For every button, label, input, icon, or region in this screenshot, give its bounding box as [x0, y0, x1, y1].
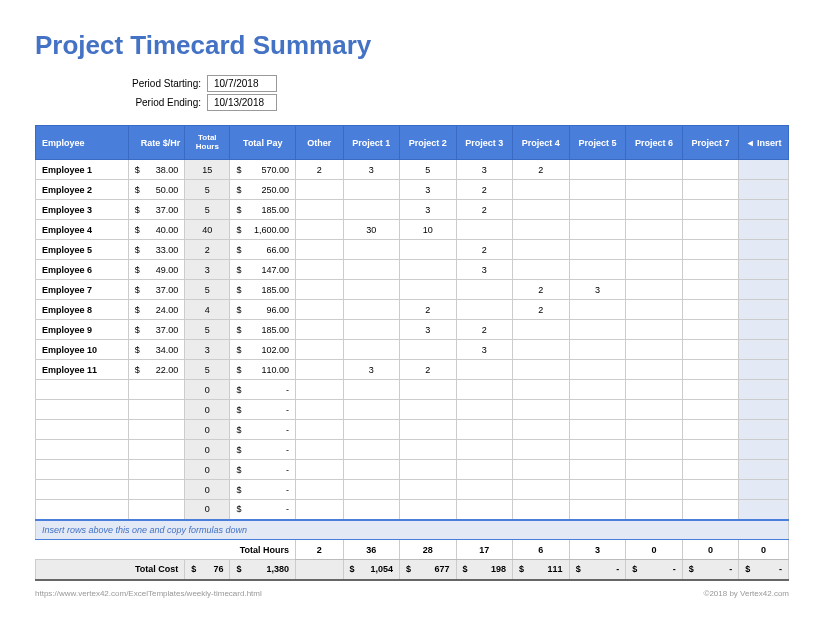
cell-project[interactable]	[513, 220, 570, 240]
cell-employee[interactable]	[36, 440, 129, 460]
cell[interactable]: $37.00	[128, 320, 185, 340]
cell-project[interactable]	[569, 180, 626, 200]
cell[interactable]: $66.00	[230, 240, 296, 260]
cell[interactable]	[626, 380, 683, 400]
cell-project[interactable]	[513, 320, 570, 340]
cell-project[interactable]	[343, 320, 400, 340]
cell-project[interactable]	[626, 220, 683, 240]
cell[interactable]	[128, 480, 185, 500]
cell[interactable]: $-	[739, 560, 789, 580]
cell-project[interactable]: 2	[456, 180, 513, 200]
cell-project[interactable]	[343, 280, 400, 300]
cell-project[interactable]	[682, 280, 739, 300]
cell[interactable]: $24.00	[128, 300, 185, 320]
cell-project[interactable]	[569, 300, 626, 320]
cell-employee[interactable]	[36, 480, 129, 500]
cell-project[interactable]: 3	[456, 340, 513, 360]
cell-project[interactable]	[626, 360, 683, 380]
cell-employee[interactable]: Employee 8	[36, 300, 129, 320]
cell-project[interactable]	[400, 260, 457, 280]
cell-employee[interactable]: Employee 7	[36, 280, 129, 300]
cell[interactable]	[569, 400, 626, 420]
cell[interactable]: $-	[682, 560, 739, 580]
cell-project[interactable]: 2	[456, 240, 513, 260]
cell-project[interactable]	[626, 160, 683, 180]
cell[interactable]	[626, 460, 683, 480]
cell[interactable]	[400, 440, 457, 460]
cell-project[interactable]	[456, 360, 513, 380]
cell[interactable]: $111	[513, 560, 570, 580]
cell[interactable]	[128, 380, 185, 400]
cell[interactable]	[296, 460, 343, 480]
cell-employee[interactable]: Employee 9	[36, 320, 129, 340]
cell-project[interactable]: 3	[569, 280, 626, 300]
period-start-value[interactable]: 10/7/2018	[207, 75, 277, 92]
cell[interactable]: $-	[230, 420, 296, 440]
cell[interactable]: $-	[230, 500, 296, 520]
cell-other[interactable]	[296, 180, 343, 200]
cell-employee[interactable]	[36, 380, 129, 400]
cell[interactable]: $22.00	[128, 360, 185, 380]
cell-employee[interactable]	[36, 460, 129, 480]
cell-project[interactable]	[343, 180, 400, 200]
cell[interactable]	[296, 400, 343, 420]
cell-project[interactable]: 2	[513, 300, 570, 320]
cell[interactable]	[343, 400, 400, 420]
cell-project[interactable]	[343, 200, 400, 220]
cell-employee[interactable]: Employee 6	[36, 260, 129, 280]
cell-other[interactable]	[296, 300, 343, 320]
cell[interactable]: $-	[230, 380, 296, 400]
cell-project[interactable]	[456, 280, 513, 300]
cell[interactable]: $1,054	[343, 560, 400, 580]
cell-employee[interactable]: Employee 4	[36, 220, 129, 240]
cell[interactable]: $147.00	[230, 260, 296, 280]
cell-other[interactable]	[296, 220, 343, 240]
cell-other[interactable]	[296, 280, 343, 300]
cell[interactable]: $-	[230, 480, 296, 500]
cell-project[interactable]	[456, 300, 513, 320]
cell[interactable]: $185.00	[230, 320, 296, 340]
cell[interactable]	[569, 380, 626, 400]
cell-project[interactable]	[569, 360, 626, 380]
cell-employee[interactable]: Employee 10	[36, 340, 129, 360]
cell[interactable]: $677	[400, 560, 457, 580]
cell[interactable]: $1,600.00	[230, 220, 296, 240]
cell-project[interactable]	[569, 240, 626, 260]
cell[interactable]	[682, 420, 739, 440]
cell[interactable]: $37.00	[128, 280, 185, 300]
cell[interactable]	[296, 440, 343, 460]
cell-project[interactable]	[626, 280, 683, 300]
cell-other[interactable]	[296, 320, 343, 340]
cell[interactable]	[343, 380, 400, 400]
cell-other[interactable]	[296, 260, 343, 280]
cell-project[interactable]: 3	[400, 320, 457, 340]
cell-employee[interactable]: Employee 3	[36, 200, 129, 220]
cell[interactable]	[513, 480, 570, 500]
cell[interactable]	[456, 460, 513, 480]
cell[interactable]: $37.00	[128, 200, 185, 220]
cell-project[interactable]	[682, 340, 739, 360]
cell[interactable]	[626, 480, 683, 500]
cell-other[interactable]	[296, 240, 343, 260]
cell-project[interactable]	[626, 300, 683, 320]
cell-project[interactable]	[513, 180, 570, 200]
cell[interactable]: $-	[626, 560, 683, 580]
cell[interactable]: $250.00	[230, 180, 296, 200]
cell[interactable]	[513, 460, 570, 480]
cell-other[interactable]: 2	[296, 160, 343, 180]
cell-employee[interactable]: Employee 2	[36, 180, 129, 200]
cell-project[interactable]	[626, 240, 683, 260]
cell[interactable]	[343, 420, 400, 440]
cell-project[interactable]	[682, 320, 739, 340]
cell-project[interactable]	[569, 220, 626, 240]
cell-project[interactable]	[682, 200, 739, 220]
cell-project[interactable]: 2	[456, 320, 513, 340]
cell-employee[interactable]	[36, 500, 129, 520]
cell[interactable]	[296, 480, 343, 500]
cell[interactable]: $-	[230, 460, 296, 480]
cell-project[interactable]: 3	[343, 360, 400, 380]
cell[interactable]	[456, 480, 513, 500]
cell[interactable]	[400, 500, 457, 520]
cell-employee[interactable]	[36, 400, 129, 420]
cell-project[interactable]	[513, 260, 570, 280]
